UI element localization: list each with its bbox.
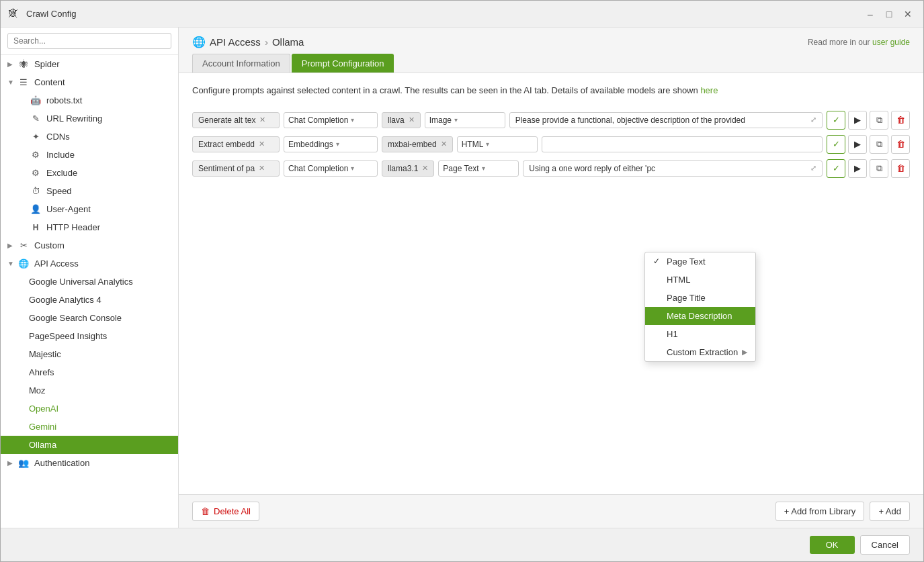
- sidebar-item-spider[interactable]: ▶ 🕷 Spider: [1, 55, 178, 73]
- sidebar-label-gsc: Google Search Console: [29, 313, 171, 323]
- sidebar-item-user-agent[interactable]: 👤 User-Agent: [1, 200, 178, 218]
- sidebar-item-moz[interactable]: Moz: [1, 381, 178, 400]
- user-agent-icon: 👤: [29, 204, 42, 214]
- delete-btn-2[interactable]: 🗑: [891, 135, 910, 154]
- row-actions-2: ✓ ▶ ⧉ 🗑: [827, 135, 910, 154]
- maximize-button[interactable]: □: [882, 7, 896, 21]
- sidebar-item-ga4[interactable]: Google Analytics 4: [1, 291, 178, 309]
- sidebar-item-speed[interactable]: ⏱ Speed: [1, 182, 178, 200]
- copy-btn-1[interactable]: ⧉: [870, 111, 888, 130]
- breadcrumb: 🌐 API Access › Ollama: [192, 36, 304, 48]
- prompt-name-1: Generate alt tex: [198, 115, 255, 125]
- delete-all-button[interactable]: 🗑 Delete All: [192, 502, 259, 521]
- check-icon-html: [653, 275, 663, 284]
- sidebar-label-ga4: Google Analytics 4: [29, 295, 171, 305]
- prompt-remove-3[interactable]: ✕: [259, 164, 265, 173]
- dialog-footer: OK Cancel: [1, 528, 923, 561]
- sidebar-item-api-access[interactable]: ▼ 🌐 API Access: [1, 254, 178, 273]
- model-remove-1[interactable]: ✕: [409, 115, 415, 124]
- dropdown-item-page-title[interactable]: Page Title: [645, 289, 755, 307]
- model-remove-2[interactable]: ✕: [441, 140, 447, 148]
- sidebar-item-openai[interactable]: OpenAI: [1, 400, 178, 418]
- copy-btn-3[interactable]: ⧉: [870, 159, 888, 178]
- exclude-icon: ⚙: [29, 168, 42, 178]
- play-btn-1[interactable]: ▶: [848, 111, 867, 130]
- sidebar-item-majestic[interactable]: Majestic: [1, 345, 178, 363]
- sidebar-item-authentication[interactable]: ▶ 👥 Authentication: [1, 454, 178, 472]
- http-header-icon: H: [29, 223, 42, 232]
- sidebar-label-url-rewriting: URL Rewriting: [46, 113, 171, 124]
- cdns-icon: ✦: [29, 132, 42, 142]
- sidebar-item-gemini[interactable]: Gemini: [1, 418, 178, 436]
- content-select-arrow-2: ▾: [486, 140, 489, 148]
- play-btn-3[interactable]: ▶: [848, 159, 867, 178]
- user-guide-link[interactable]: user guide: [872, 38, 910, 47]
- sidebar-item-exclude[interactable]: ⚙ Exclude: [1, 164, 178, 182]
- model-tag-1: llava ✕: [382, 112, 421, 128]
- check-icon-meta-desc: [653, 311, 663, 320]
- sidebar-item-pagespeed[interactable]: PageSpeed Insights: [1, 327, 178, 345]
- sidebar-label-ahrefs: Ahrefs: [29, 367, 171, 377]
- sidebar-item-url-rewriting[interactable]: ✎ URL Rewriting: [1, 109, 178, 128]
- sidebar: ▶ 🕷 Spider ▼ ☰ Content 🤖 robots.txt: [1, 28, 179, 528]
- add-button[interactable]: + Add: [870, 502, 910, 521]
- type-select-1[interactable]: Chat Completion ▾: [284, 112, 378, 128]
- custom-icon: ✂: [17, 240, 30, 250]
- add-from-library-button[interactable]: + Add from Library: [775, 502, 865, 521]
- dropdown-item-meta-description[interactable]: Meta Description: [645, 307, 755, 325]
- tab-prompt-configuration[interactable]: Prompt Configuration: [292, 54, 394, 73]
- search-input[interactable]: [7, 33, 171, 49]
- content-body: Configure prompts against selected conte…: [179, 73, 923, 494]
- sidebar-item-ollama[interactable]: Ollama: [1, 436, 178, 454]
- sidebar-item-http-header[interactable]: H HTTP Header: [1, 218, 178, 236]
- title-bar: 🕸 Crawl Config – □ ✕: [1, 1, 923, 28]
- row-actions-1: ✓ ▶ ⧉ 🗑: [827, 111, 910, 130]
- prompt-remove-1[interactable]: ✕: [259, 115, 265, 124]
- window-title: Crawl Config: [26, 9, 863, 19]
- sidebar-item-cdns[interactable]: ✦ CDNs: [1, 128, 178, 146]
- prompt-remove-2[interactable]: ✕: [259, 140, 265, 148]
- ok-button[interactable]: OK: [810, 536, 855, 554]
- tab-account-information[interactable]: Account Information: [192, 54, 290, 73]
- prompt-text-1[interactable]: Please provide a functional, objective d…: [509, 112, 823, 128]
- sidebar-item-content[interactable]: ▼ ☰ Content: [1, 73, 178, 91]
- type-select-arrow-2: ▾: [336, 140, 339, 148]
- sidebar-label-gemini: Gemini: [29, 422, 171, 432]
- sidebar-item-gsc[interactable]: Google Search Console: [1, 309, 178, 327]
- play-btn-2[interactable]: ▶: [848, 135, 867, 154]
- dropdown-item-html[interactable]: HTML: [645, 271, 755, 289]
- close-button[interactable]: ✕: [900, 7, 915, 21]
- sidebar-item-include[interactable]: ⚙ Include: [1, 146, 178, 164]
- model-remove-3[interactable]: ✕: [422, 164, 428, 173]
- content-header: 🌐 API Access › Ollama Read more in our u…: [179, 28, 923, 54]
- sidebar-item-custom[interactable]: ▶ ✂ Custom: [1, 236, 178, 254]
- content-select-1[interactable]: Image ▾: [425, 112, 505, 128]
- cancel-button[interactable]: Cancel: [860, 535, 910, 555]
- prompt-text-3[interactable]: Using a one word reply of either 'pc ⤢: [523, 160, 823, 177]
- spider-icon: 🕷: [17, 59, 30, 69]
- delete-btn-1[interactable]: 🗑: [891, 111, 910, 130]
- copy-btn-2[interactable]: ⧉: [870, 135, 888, 154]
- validate-btn-1[interactable]: ✓: [827, 111, 845, 130]
- delete-btn-3[interactable]: 🗑: [891, 159, 910, 178]
- prompt-text-2[interactable]: [542, 136, 823, 152]
- dropdown-item-h1[interactable]: H1: [645, 325, 755, 343]
- content-select-2[interactable]: HTML ▾: [457, 136, 538, 152]
- prompt-name-tag-1: Generate alt tex ✕: [192, 112, 280, 128]
- validate-btn-2[interactable]: ✓: [827, 135, 845, 154]
- type-select-2[interactable]: Embeddings ▾: [284, 136, 378, 152]
- dropdown-item-page-text[interactable]: ✓ Page Text: [645, 252, 755, 271]
- minimize-button[interactable]: –: [863, 7, 878, 21]
- prompt-name-tag-2: Extract embedd ✕: [192, 136, 280, 152]
- here-link[interactable]: here: [700, 85, 718, 95]
- content-select-3[interactable]: Page Text ▾: [438, 160, 519, 177]
- url-rewriting-icon: ✎: [29, 113, 42, 124]
- content-type-dropdown: ✓ Page Text HTML Page Title: [644, 252, 756, 362]
- content-icon: ☰: [17, 77, 30, 87]
- sidebar-item-ahrefs[interactable]: Ahrefs: [1, 363, 178, 381]
- sidebar-item-robots[interactable]: 🤖 robots.txt: [1, 91, 178, 109]
- sidebar-item-google-universal[interactable]: Google Universal Analytics: [1, 273, 178, 291]
- dropdown-item-custom-extraction[interactable]: Custom Extraction ▶: [645, 343, 755, 361]
- validate-btn-3[interactable]: ✓: [827, 159, 845, 178]
- type-select-3[interactable]: Chat Completion ▾: [284, 160, 378, 177]
